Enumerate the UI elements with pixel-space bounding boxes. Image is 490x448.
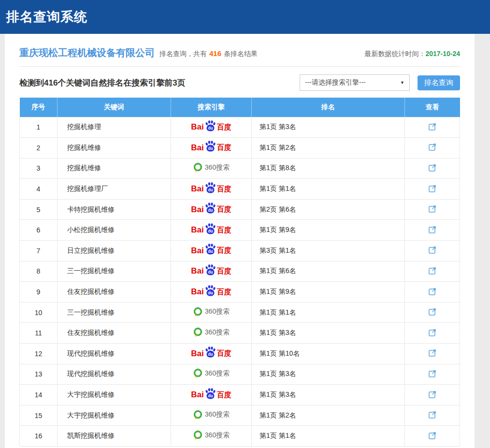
row-number: 2 [20, 138, 58, 159]
external-link-icon [428, 142, 437, 152]
baidu-paw-icon: du [204, 202, 216, 214]
column-header-view: 查看 [405, 98, 460, 117]
row-engine-cell: Bai du 百度 [171, 138, 252, 159]
baidu-du-text: du [208, 270, 213, 275]
row-rank: 第1页 第6名 [252, 261, 405, 282]
open-link-button[interactable] [428, 204, 437, 214]
open-link-button[interactable] [428, 142, 437, 152]
table-row: 3 挖掘机维修 360搜索 第1页 第8名 [20, 158, 460, 179]
open-link-button[interactable] [428, 328, 437, 337]
row-rank: 第1页 第9名 [252, 282, 405, 303]
row-rank: 第1页 第1名 [252, 302, 405, 323]
table-row: 12 现代挖掘机维修 Bai du 百度 第1页 第10名 [20, 344, 460, 364]
baidu-du-text: du [208, 188, 213, 192]
so360-label: 360搜索 [205, 328, 230, 337]
row-rank: 第1页 第10名 [252, 344, 405, 364]
row-rank: 第1页 第8名 [252, 158, 405, 179]
row-number: 16 [20, 426, 58, 447]
baidu-logo: Bai du 百度 [191, 266, 231, 276]
external-link-icon [428, 245, 437, 255]
open-link-button[interactable] [428, 307, 437, 317]
row-view-cell [405, 282, 460, 303]
row-view-cell [405, 426, 460, 447]
baidu-logo: Bai du 百度 [191, 349, 231, 359]
so360-logo: 360搜索 [193, 307, 230, 317]
row-engine-cell: Bai du 百度 [171, 344, 252, 364]
baidu-cn-text: 百度 [217, 185, 231, 194]
external-link-icon [428, 307, 437, 317]
baidu-du-text: du [208, 229, 213, 233]
external-link-icon [428, 225, 437, 234]
open-link-button[interactable] [428, 390, 437, 399]
external-link-icon [428, 410, 437, 419]
baidu-cn-text: 百度 [217, 246, 231, 255]
row-engine-cell: 360搜索 [171, 364, 252, 385]
result-count: 416 [209, 49, 221, 58]
baidu-bai-text: Bai [191, 122, 203, 132]
baidu-paw-icon: du [204, 388, 216, 400]
open-link-button[interactable] [428, 410, 437, 419]
external-link-icon [428, 431, 437, 440]
baidu-du-text: du [208, 146, 213, 151]
baidu-logo: Bai du 百度 [191, 122, 231, 132]
so360-ring-icon [193, 327, 203, 337]
row-view-cell [405, 138, 460, 159]
baidu-logo: Bai du 百度 [191, 390, 231, 400]
external-link-icon [428, 348, 437, 358]
summary-bar: 重庆现松工程机械设备有限公司 排名查询，共有416条排名结果 最新数据统计时间：… [19, 43, 460, 67]
baidu-bai-text: Bai [191, 349, 203, 359]
row-number: 5 [20, 199, 58, 220]
row-view-cell [405, 385, 460, 405]
so360-logo: 360搜索 [193, 410, 230, 420]
baidu-logo: Bai du 百度 [191, 143, 231, 153]
rank-query-button[interactable]: 排名查询 [418, 75, 460, 90]
open-link-button[interactable] [428, 184, 437, 193]
so360-ring-icon [193, 410, 203, 420]
row-view-cell [405, 323, 460, 344]
open-link-button[interactable] [428, 163, 437, 173]
open-link-button[interactable] [428, 266, 437, 275]
table-header-row: 序号 关键词 搜索引擎 排名 查看 [20, 98, 460, 117]
row-engine-cell: Bai du 百度 [171, 199, 252, 220]
external-link-icon [428, 266, 437, 275]
baidu-bai-text: Bai [191, 184, 203, 194]
baidu-du-text: du [208, 126, 213, 130]
open-link-button[interactable] [428, 245, 437, 255]
so360-logo: 360搜索 [193, 162, 230, 173]
row-engine-cell: Bai du 百度 [171, 241, 252, 261]
row-rank: 第1页 第1名 [252, 179, 405, 200]
search-engine-select[interactable]: ---请选择搜索引擎--- ▼ [300, 74, 410, 91]
baidu-bai-text: Bai [191, 225, 203, 235]
row-engine-cell: Bai du 百度 [171, 261, 252, 282]
open-link-button[interactable] [428, 122, 437, 131]
table-row: 14 大宇挖掘机维修 Bai du 百度 第1页 第3名 [20, 385, 460, 405]
open-link-button[interactable] [428, 369, 437, 378]
row-number: 1 [20, 117, 58, 138]
open-link-button[interactable] [428, 431, 437, 440]
chevron-down-icon: ▼ [400, 80, 404, 85]
open-link-button[interactable] [428, 225, 437, 234]
row-keyword: 住友挖掘机维修 [58, 323, 171, 344]
row-number: 10 [20, 302, 58, 323]
baidu-cn-text: 百度 [217, 205, 231, 214]
open-link-button[interactable] [428, 287, 437, 296]
company-name-link[interactable]: 重庆现松工程机械设备有限公司 [19, 46, 155, 59]
so360-logo: 360搜索 [193, 327, 230, 337]
row-number: 4 [20, 179, 58, 200]
row-engine-cell: 360搜索 [171, 323, 252, 344]
row-view-cell [405, 241, 460, 261]
row-view-cell [405, 117, 460, 138]
baidu-cn-text: 百度 [217, 267, 231, 276]
row-keyword: 住友挖掘机维修 [58, 282, 171, 303]
so360-label: 360搜索 [205, 163, 230, 172]
external-link-icon [428, 328, 437, 337]
row-view-cell [405, 158, 460, 179]
row-keyword: 挖掘机维修 [58, 158, 171, 179]
table-row: 1 挖掘机修理 Bai du 百度 第1页 第3名 [20, 117, 460, 138]
row-view-cell [405, 199, 460, 220]
table-row: 9 住友挖掘机维修 Bai du 百度 第1页 第9名 [20, 282, 460, 303]
baidu-du-text: du [208, 393, 213, 398]
open-link-button[interactable] [428, 348, 437, 358]
row-keyword: 挖掘机修理 [58, 117, 171, 138]
stats-time: 最新数据统计时间：2017-10-24 [364, 50, 460, 58]
